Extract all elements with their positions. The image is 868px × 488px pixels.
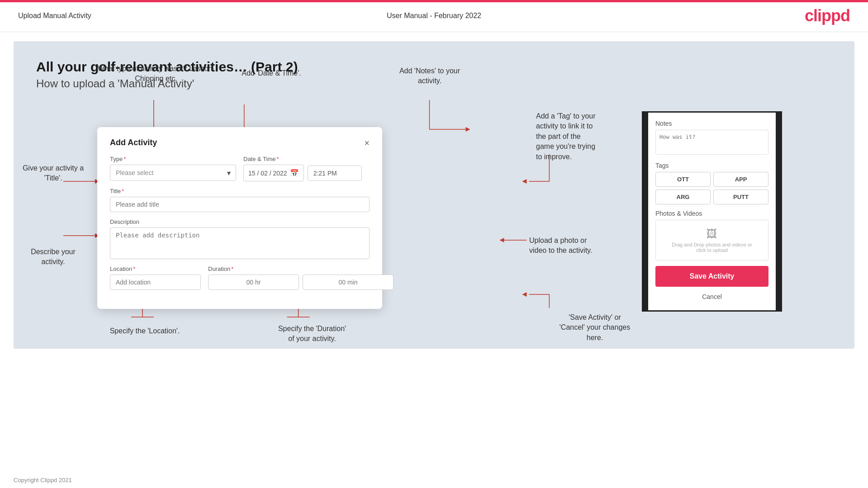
copyright: Copyright Clippd 2021	[14, 477, 72, 483]
title-label: Title*	[110, 188, 370, 194]
svg-marker-21	[499, 238, 504, 242]
dialog-title: Add Activity	[110, 138, 157, 147]
svg-marker-19	[522, 179, 526, 184]
location-duration-row: Location* Duration*	[110, 265, 370, 290]
annotation-location: Specify the 'Location'.	[100, 326, 190, 336]
notes-input[interactable]	[655, 130, 768, 155]
header: Upload Manual Activity User Manual - Feb…	[0, 0, 868, 32]
annotation-date: Add 'Date & Time'.	[226, 68, 317, 78]
tags-grid: OTT APP ARG PUTT	[655, 172, 768, 204]
type-select[interactable]: Please select	[110, 165, 236, 181]
time-input[interactable]: 2:21 PM	[308, 166, 362, 181]
phone-left-bar	[642, 111, 648, 312]
datetime-label: Date & Time*	[243, 156, 370, 162]
annotation-duration: Specify the 'Duration'of your activity.	[258, 324, 366, 344]
annotation-tag: Add a 'Tag' to youractivity to link it t…	[536, 111, 645, 162]
close-button[interactable]: ×	[364, 138, 370, 147]
duration-min-input[interactable]	[303, 275, 394, 290]
photo-icon: 🖼	[663, 227, 761, 240]
annotation-upload: Upload a photo orvideo to the activity.	[529, 236, 629, 256]
svg-marker-16	[465, 127, 470, 132]
type-date-row: Type* Please select Date & Time* 15 / 02…	[110, 156, 370, 181]
duration-label: Duration*	[208, 265, 394, 272]
tag-arg[interactable]: ARG	[655, 190, 711, 204]
dialog-header: Add Activity ×	[110, 138, 370, 147]
tags-section: Tags OTT APP ARG PUTT	[655, 162, 768, 204]
tags-section-label: Tags	[655, 162, 768, 169]
annotation-describe: Describe youractivity.	[16, 247, 90, 267]
add-activity-dialog: Add Activity × Type* Please select Date …	[97, 127, 382, 309]
tag-ott[interactable]: OTT	[655, 172, 711, 187]
phone-content: Notes Tags OTT APP ARG PUTT Photos & Vid…	[648, 111, 776, 312]
header-left-label: Upload Manual Activity	[18, 12, 91, 20]
photos-section: Photos & Videos 🖼 Drag and Drop photos a…	[655, 210, 768, 261]
annotation-notes: Add 'Notes' to youractivity.	[384, 66, 475, 86]
location-input[interactable]	[110, 275, 201, 290]
notes-section: Notes	[655, 120, 768, 156]
annotation-give-title: Give your activity a'Title'.	[16, 163, 90, 184]
header-center-label: User Manual - February 2022	[387, 12, 481, 20]
svg-marker-24	[522, 292, 526, 297]
description-input[interactable]	[110, 227, 370, 259]
cancel-button[interactable]: Cancel	[655, 290, 768, 303]
duration-hr-input[interactable]	[208, 275, 299, 290]
save-activity-button[interactable]: Save Activity	[655, 266, 768, 287]
date-input[interactable]: 15 / 02 / 2022 📅	[243, 165, 304, 181]
location-group: Location*	[110, 265, 201, 290]
photos-section-label: Photos & Videos	[655, 210, 768, 217]
description-group: Description	[110, 218, 370, 259]
calendar-icon: 📅	[290, 169, 299, 177]
phone-right-bar	[776, 111, 782, 312]
datetime-group: Date & Time* 15 / 02 / 2022 📅 2:21 PM	[243, 156, 370, 181]
location-label: Location*	[110, 265, 201, 272]
photo-upload-area[interactable]: 🖼 Drag and Drop photos and videos orclic…	[655, 220, 768, 261]
phone-panel: Notes Tags OTT APP ARG PUTT Photos & Vid…	[642, 111, 782, 312]
logo: clippd	[805, 6, 850, 25]
tag-app[interactable]: APP	[713, 172, 768, 187]
title-input[interactable]	[110, 197, 370, 212]
duration-group: Duration*	[208, 265, 394, 290]
main-content: All your golf-relevant activities… (Part…	[14, 41, 854, 349]
annotation-save: 'Save Activity' or'Cancel' your changesh…	[536, 313, 654, 343]
photo-upload-text: Drag and Drop photos and videos orclick …	[672, 242, 752, 253]
notes-section-label: Notes	[655, 120, 768, 127]
annotation-what-type: What type of activity was it? Lesson, Ch…	[97, 64, 215, 84]
duration-inputs	[208, 275, 394, 290]
tag-putt[interactable]: PUTT	[713, 190, 768, 204]
type-select-wrapper: Please select	[110, 165, 236, 181]
description-label: Description	[110, 218, 370, 225]
phone-mock-container: Notes Tags OTT APP ARG PUTT Photos & Vid…	[642, 111, 782, 312]
title-group: Title*	[110, 188, 370, 212]
datetime-inputs: 15 / 02 / 2022 📅 2:21 PM	[243, 165, 370, 181]
type-group: Type* Please select	[110, 156, 236, 181]
type-label: Type*	[110, 156, 236, 162]
